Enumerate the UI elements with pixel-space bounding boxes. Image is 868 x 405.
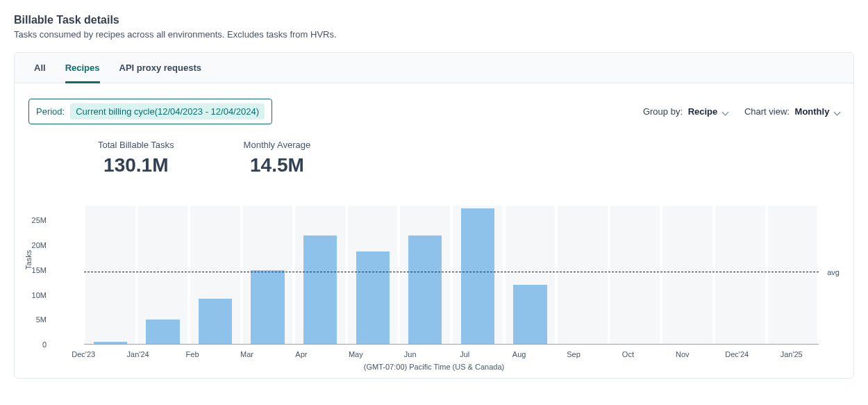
chart-bar[interactable] <box>251 270 284 345</box>
x-tick-label: Jul <box>437 345 492 358</box>
metrics-row: Total Billable Tasks 130.1M Monthly Aver… <box>15 131 853 185</box>
chart-column <box>242 206 294 345</box>
group-by-value: Recipe <box>688 106 718 117</box>
chart-column <box>714 206 767 345</box>
y-tick-label: 20M <box>32 241 47 249</box>
chart-view-label: Chart view: <box>744 106 790 117</box>
chart-plot <box>84 206 819 345</box>
baseline <box>84 344 819 345</box>
chart-column <box>347 206 399 345</box>
chart-column <box>609 206 662 345</box>
x-tick-label: Oct <box>601 345 655 358</box>
x-tick-label: May <box>328 345 383 358</box>
billable-tasks-panel: All Recipes API proxy requests Period: C… <box>14 52 854 379</box>
x-tick-label: Sep <box>546 345 601 358</box>
y-tick-label: 10M <box>32 291 47 299</box>
chart-column-bg <box>558 206 608 345</box>
chart-column <box>767 206 819 345</box>
x-tick-label: Mar <box>219 345 274 358</box>
chart-column-bg <box>85 206 135 345</box>
metric-avg-value: 14.5M <box>244 154 311 176</box>
chart-view-selector[interactable]: Chart view: Monthly <box>744 106 840 117</box>
page-title: Billable Task details <box>14 14 854 26</box>
chart-bar[interactable] <box>408 235 442 345</box>
chart-column-bg <box>768 206 818 345</box>
metric-avg-label: Monthly Average <box>244 140 311 150</box>
metric-monthly-avg: Monthly Average 14.5M <box>244 140 311 176</box>
chart-column <box>504 206 557 345</box>
metric-total-value: 130.1M <box>98 154 174 176</box>
period-label: Period: <box>36 106 65 117</box>
x-tick-label: Jun <box>383 345 437 358</box>
chart-column <box>137 206 190 345</box>
y-axis-ticks: 05M10M15M20M25M <box>49 206 56 345</box>
chart-view-value: Monthly <box>795 106 830 117</box>
x-tick-label: Feb <box>165 345 219 358</box>
tabs: All Recipes API proxy requests <box>15 53 853 83</box>
page-subtitle: Tasks consumed by recipes across all env… <box>14 29 854 40</box>
chart-column <box>189 206 242 345</box>
chevron-down-icon <box>721 109 728 116</box>
chart-column-bg <box>715 206 765 345</box>
chart-bar[interactable] <box>199 299 232 345</box>
x-tick-label: Jan'24 <box>110 345 165 358</box>
chart-column-bg <box>610 206 660 345</box>
chart-column <box>661 206 714 345</box>
y-tick-label: 5M <box>36 315 47 324</box>
tab-recipes[interactable]: Recipes <box>65 53 100 83</box>
metric-total-billable: Total Billable Tasks 130.1M <box>98 140 174 176</box>
chart-bar[interactable] <box>461 208 494 345</box>
x-tick-label: Nov <box>656 345 710 358</box>
chart-column <box>294 206 347 345</box>
chart-area: Tasks 05M10M15M20M25M avg Dec'23Jan'24Fe… <box>15 206 853 378</box>
chart-column <box>84 206 137 345</box>
timezone-note: (GMT-07:00) Pacific Time (US & Canada) <box>28 363 840 371</box>
y-tick-label: 15M <box>32 266 47 274</box>
chart-column <box>451 206 504 345</box>
right-controls: Group by: Recipe Chart view: Monthly <box>643 106 840 117</box>
group-by-selector[interactable]: Group by: Recipe <box>643 106 728 117</box>
bar-chart: Tasks 05M10M15M20M25M avg <box>56 206 819 345</box>
period-value: Current billing cycle(12/04/2023 - 12/04… <box>70 104 265 119</box>
tab-all[interactable]: All <box>34 53 46 83</box>
controls-row: Period: Current billing cycle(12/04/2023… <box>15 83 853 131</box>
average-line-label: avg <box>827 268 840 276</box>
x-tick-label: Dec'23 <box>56 345 110 358</box>
x-tick-label: Apr <box>274 345 328 358</box>
x-tick-label: Aug <box>492 345 546 358</box>
chart-bar[interactable] <box>356 251 390 345</box>
group-by-label: Group by: <box>643 106 683 117</box>
chart-column-bg <box>662 206 712 345</box>
x-axis-labels: Dec'23Jan'24FebMarAprMayJunJulAugSepOctN… <box>56 345 819 358</box>
metric-total-label: Total Billable Tasks <box>98 140 174 150</box>
chart-bar[interactable] <box>513 285 546 345</box>
chart-bar[interactable] <box>303 235 337 345</box>
chevron-down-icon <box>834 109 841 116</box>
y-tick-label: 0 <box>42 340 47 349</box>
x-tick-label: Jan'25 <box>764 345 818 358</box>
chart-column <box>399 206 451 345</box>
period-selector[interactable]: Period: Current billing cycle(12/04/2023… <box>28 99 272 124</box>
chart-bar[interactable] <box>146 320 179 345</box>
chart-column <box>556 206 609 345</box>
x-tick-label: Dec'24 <box>710 345 764 358</box>
y-tick-label: 25M <box>32 216 47 224</box>
average-line: avg <box>84 272 819 272</box>
tab-api-proxy[interactable]: API proxy requests <box>119 53 202 83</box>
